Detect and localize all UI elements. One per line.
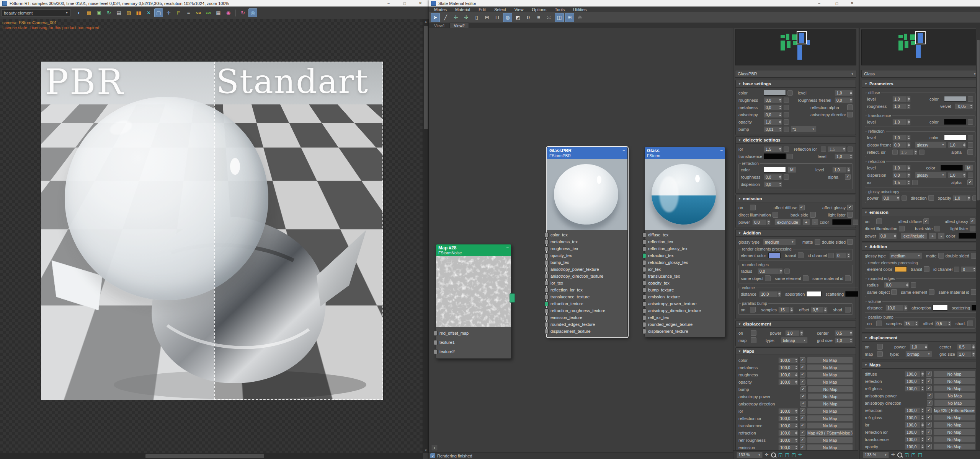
slot-anisotropy_power_texture[interactable]: anisotropy_power_texture: [645, 300, 725, 307]
slot-anisotropy_direction_texture[interactable]: anisotropy_direction_texture: [645, 307, 725, 314]
input-socket[interactable]: [642, 295, 646, 299]
checkbox[interactable]: ✓: [800, 379, 805, 385]
map-button[interactable]: No Map: [807, 444, 853, 451]
map-button[interactable]: No Map: [807, 415, 853, 422]
spinner[interactable]: 0,0: [764, 104, 782, 111]
menu-modes[interactable]: Modes: [434, 7, 447, 12]
spinner-arrows[interactable]: [794, 379, 798, 385]
spinner[interactable]: 10,0: [759, 291, 781, 297]
checkbox[interactable]: ✓: [800, 357, 805, 363]
map-slot-box[interactable]: [968, 173, 973, 178]
button[interactable]: M: [964, 164, 973, 171]
spinner[interactable]: 100,0: [778, 357, 798, 363]
checkbox[interactable]: ✓: [800, 372, 805, 378]
slot-opacity_tex[interactable]: opacity_tex: [645, 280, 725, 286]
node-header[interactable]: GlassPBR FStormPBR −: [547, 147, 627, 159]
spinner[interactable]: 15: [778, 307, 794, 313]
checkbox[interactable]: ✓: [926, 436, 932, 442]
spinner[interactable]: 1,0: [832, 167, 851, 173]
checkbox[interactable]: [765, 275, 771, 281]
get-material-icon[interactable]: ✢: [451, 13, 461, 22]
region-render-icon[interactable]: ▢: [154, 8, 163, 17]
spinner[interactable]: 1,0: [892, 165, 911, 171]
pick-from-object-icon[interactable]: ✣: [462, 13, 471, 22]
node-header[interactable]: Map #28 FStormNoise −: [436, 244, 511, 256]
map-slot-box[interactable]: [919, 150, 924, 155]
spinner-arrows[interactable]: [920, 437, 924, 442]
node-glasspbr[interactable]: GlassPBR FStormPBR − color_texmetalness_…: [547, 147, 628, 337]
spinner[interactable]: 0,5: [811, 307, 828, 313]
map-slot-box[interactable]: [912, 180, 918, 185]
navigator-thumbnail[interactable]: [735, 29, 856, 65]
zoom-region-icon[interactable]: ◱: [905, 452, 909, 457]
checkbox[interactable]: ✓: [926, 378, 932, 384]
map-button[interactable]: No Map: [807, 357, 853, 363]
preview-object-icon[interactable]: ‖: [431, 445, 438, 451]
rollout-header[interactable]: ▼displacement: [862, 334, 978, 342]
spinner-arrows[interactable]: [920, 422, 924, 428]
put-to-library-icon[interactable]: ⊔: [493, 13, 502, 22]
spinner-arrows[interactable]: [906, 180, 910, 185]
map-slot-box[interactable]: [853, 220, 858, 225]
material-selector-dropdown[interactable]: Glass ▼: [861, 70, 979, 78]
spinner-arrows[interactable]: [971, 344, 975, 350]
map-slot-box[interactable]: [968, 96, 973, 102]
spinner-arrows[interactable]: [906, 96, 910, 102]
map-slot-box[interactable]: [784, 112, 789, 117]
slot-roughness_tex[interactable]: roughness_tex: [547, 245, 627, 252]
checkbox[interactable]: ✓: [800, 386, 806, 392]
show-shaded-material-in-viewport-icon[interactable]: ◍: [503, 13, 512, 22]
layout-horizontal-icon[interactable]: ≍: [544, 13, 554, 22]
spinner[interactable]: 100,0: [905, 371, 924, 377]
restart-render-icon[interactable]: ↻: [238, 8, 247, 17]
rollout-header[interactable]: ▼dielectric settings: [736, 137, 856, 144]
menu-view[interactable]: View: [514, 7, 524, 12]
input-socket[interactable]: [642, 329, 646, 334]
slot-color_tex[interactable]: color_tex: [547, 231, 627, 238]
input-socket[interactable]: [642, 301, 646, 306]
spinner-arrows[interactable]: [799, 330, 803, 336]
slot-refraction_tex[interactable]: refraction_tex: [645, 252, 725, 259]
spinner[interactable]: 100,0: [905, 422, 924, 428]
slot-displacement_texture[interactable]: displacement_texture: [645, 328, 725, 335]
slot-refraction_glossy_tex[interactable]: refraction_glossy_tex: [645, 259, 725, 266]
slot-bump_tex[interactable]: bump_tex: [547, 259, 627, 266]
spinner-arrows[interactable]: [794, 423, 798, 428]
navigator-thumbnail[interactable]: [861, 29, 979, 65]
spinner[interactable]: 1,0: [948, 172, 966, 178]
spinner[interactable]: 100,0: [778, 437, 798, 443]
checkbox[interactable]: [967, 321, 973, 326]
slot-rnd_offset_map[interactable]: rnd_offset_map: [436, 329, 511, 338]
checkbox[interactable]: ✓: [923, 218, 929, 224]
spinner-arrows[interactable]: [766, 220, 770, 225]
input-socket[interactable]: [642, 233, 646, 238]
button[interactable]: +: [802, 219, 810, 225]
spinner[interactable]: 1,0: [952, 195, 971, 201]
checkbox[interactable]: ✓: [800, 437, 805, 443]
spinner-arrows[interactable]: [913, 150, 917, 155]
input-socket[interactable]: [642, 308, 646, 313]
slot-translucence_tex[interactable]: translucence_tex: [645, 273, 725, 280]
input-socket[interactable]: [642, 253, 646, 258]
alpha-checker-icon[interactable]: ▦: [214, 8, 223, 17]
spinner-arrows[interactable]: [920, 408, 924, 413]
update-render-icon[interactable]: ↻: [105, 8, 113, 17]
color-swatch[interactable]: [895, 266, 907, 272]
zoom-icon[interactable]: [897, 452, 902, 457]
spinner[interactable]: 100,0: [778, 444, 798, 451]
rollout-header[interactable]: ▼displacement: [736, 321, 856, 328]
pan-to-selected-icon[interactable]: ✛: [798, 452, 802, 457]
spinner-arrows[interactable]: [920, 430, 924, 435]
spinner-arrows[interactable]: [903, 305, 907, 311]
spinner-arrows[interactable]: [794, 409, 798, 414]
spinner[interactable]: 0,0: [884, 282, 909, 288]
map-slot-box[interactable]: [784, 127, 789, 132]
pan-hand-icon[interactable]: ✛: [891, 452, 895, 457]
rollout-header[interactable]: ▼emission: [736, 195, 856, 202]
spinner-arrows[interactable]: [846, 253, 850, 258]
checkbox[interactable]: ✓: [926, 444, 932, 449]
layout-vertical-icon[interactable]: ≡: [534, 13, 543, 22]
spinner-arrows[interactable]: [789, 307, 793, 313]
spinner-arrows[interactable]: [971, 352, 975, 357]
input-socket[interactable]: [545, 301, 549, 306]
